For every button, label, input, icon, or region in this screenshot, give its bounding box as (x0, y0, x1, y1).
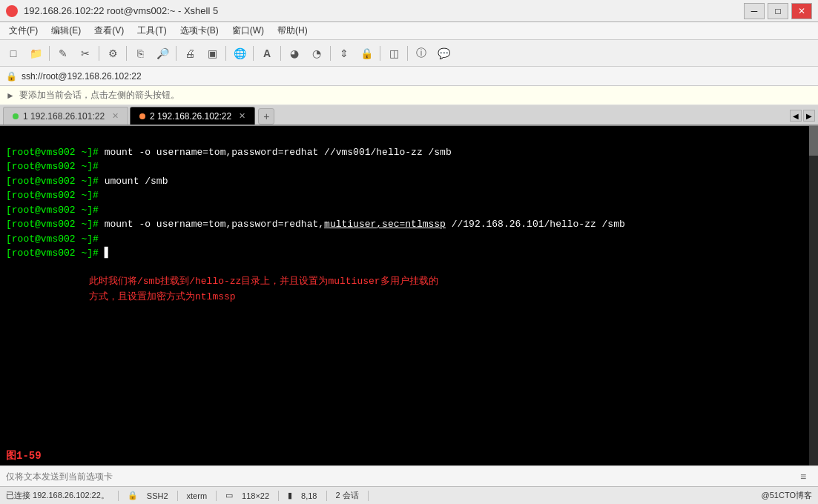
terminal-container[interactable]: [root@vms002 ~]# mount -o username=tom,p… (0, 126, 818, 465)
tab-1[interactable]: 1 192.168.26.101:22 ✕ (3, 107, 128, 125)
scrollbar-thumb[interactable] (809, 126, 818, 156)
menu-window[interactable]: 窗口(W) (226, 23, 270, 39)
menu-view[interactable]: 查看(V) (88, 23, 130, 39)
main-window: 192.168.26.102:22 root@vms002:~ - Xshell… (0, 0, 818, 504)
address-lock-icon: 🔒 (6, 71, 17, 82)
toolbar-settings[interactable]: ⚙ (102, 43, 123, 64)
menu-file[interactable]: 文件(F) (3, 23, 44, 39)
status-size: 118×22 (242, 491, 269, 500)
window-controls: ─ □ ✕ (744, 3, 812, 19)
menu-help[interactable]: 帮助(H) (271, 23, 314, 39)
terminal-line-6: [root@vms002 ~]# mount -o username=tom,p… (6, 219, 625, 230)
toolbar-search[interactable]: 🔎 (152, 43, 173, 64)
minimize-button[interactable]: ─ (744, 3, 765, 19)
terminal-annotation: 此时我们将/smb挂载到/hello-zz目录上，并且设置为multiuser多… (89, 274, 438, 305)
tab-nav-right[interactable]: ▶ (803, 110, 815, 122)
toolbar-globe[interactable]: 🌐 (229, 43, 250, 64)
tab-label-2: 2 192.168.26.102:22 (150, 111, 231, 122)
title-bar-left: 192.168.26.102:22 root@vms002:~ - Xshell… (6, 5, 218, 17)
status-sep-3 (216, 491, 217, 501)
figure-label: 图1-59 (6, 449, 42, 465)
expand-icon[interactable]: ≡ (800, 471, 812, 483)
toolbar-sep-4 (176, 46, 177, 61)
close-button[interactable]: ✕ (791, 3, 812, 19)
tab-close-2[interactable]: ✕ (239, 111, 245, 121)
title-bar: 192.168.26.102:22 root@vms002:~ - Xshell… (0, 0, 818, 22)
toolbar-sep-3 (126, 46, 127, 61)
notice-bar: ► 要添加当前会话，点击左侧的箭头按钮。 (0, 86, 818, 105)
menu-tab[interactable]: 选项卡(B) (174, 23, 225, 39)
terminal-line-5: [root@vms002 ~]# (6, 205, 99, 216)
toolbar-print[interactable]: 🖨 (179, 43, 200, 64)
window-title: 192.168.26.102:22 root@vms002:~ - Xshell… (24, 5, 218, 16)
toolbar: □ 📁 ✎ ✂ ⚙ ⎘ 🔎 🖨 ▣ 🌐 A ◕ ◔ ⇕ 🔒 ◫ ⓘ 💬 (0, 40, 818, 67)
toolbar-lock[interactable]: 🔒 (356, 43, 377, 64)
toolbar-connect[interactable]: ◕ (284, 43, 305, 64)
tab-label-1: 1 192.168.26.101:22 (23, 111, 105, 122)
notice-arrow-icon: ► (6, 90, 15, 101)
status-sep-1 (118, 491, 119, 501)
tab-add-button[interactable]: + (258, 108, 274, 125)
status-lock-icon: 🔒 (128, 491, 138, 500)
bottom-input-field[interactable] (6, 471, 800, 482)
scrollbar-vertical[interactable] (809, 126, 818, 465)
bottom-input-bar: ≡ (0, 465, 818, 486)
status-sep-6 (368, 491, 369, 501)
toolbar-copy[interactable]: ⎘ (130, 43, 151, 64)
toolbar-open[interactable]: 📁 (25, 43, 46, 64)
toolbar-expand[interactable]: ⇕ (334, 43, 354, 64)
terminal-line-3: [root@vms002 ~]# umount /smb (6, 176, 168, 187)
status-brand: @51CTO博客 (762, 490, 812, 501)
status-connection: 已连接 192.168.26.102:22。 (6, 490, 109, 501)
toolbar-help[interactable]: ⓘ (411, 43, 432, 64)
terminal-line-4: [root@vms002 ~]# (6, 190, 99, 201)
toolbar-edit[interactable]: ✎ (53, 43, 73, 64)
status-protocol: SSH2 (147, 491, 168, 500)
address-text: ssh://root@192.168.26.102:22 (22, 71, 142, 82)
status-sessions: 2 会话 (336, 490, 359, 501)
notice-text: 要添加当前会话，点击左侧的箭头按钮。 (19, 89, 179, 102)
toolbar-sep-2 (99, 46, 99, 61)
terminal-line-7: [root@vms002 ~]# (6, 233, 99, 245)
toolbar-sep-9 (380, 46, 380, 61)
tab-2[interactable]: 2 192.168.26.102:22 ✕ (130, 107, 255, 125)
status-sep-2 (177, 491, 178, 501)
toolbar-disconnect[interactable]: ◔ (306, 43, 327, 64)
toolbar-cut[interactable]: ✂ (75, 43, 96, 64)
toolbar-sep-8 (330, 46, 331, 61)
menu-bar: 文件(F) 编辑(E) 查看(V) 工具(T) 选项卡(B) 窗口(W) 帮助(… (0, 22, 818, 40)
app-icon (6, 5, 18, 17)
menu-tools[interactable]: 工具(T) (131, 23, 172, 39)
toolbar-sep-5 (225, 46, 226, 61)
toolbar-sep-6 (253, 46, 254, 61)
toolbar-new[interactable]: □ (3, 43, 24, 64)
status-cursor: 8,18 (301, 491, 317, 500)
status-size-icon: ▭ (225, 491, 233, 500)
toolbar-sep-7 (280, 46, 281, 61)
tab-dot-icon-1 (13, 113, 19, 119)
tab-dot-icon-2 (139, 113, 145, 119)
terminal-content: [root@vms002 ~]# mount -o username=tom,p… (0, 126, 818, 265)
tab-nav-left[interactable]: ◀ (790, 110, 802, 122)
toolbar-chat[interactable]: 💬 (433, 43, 454, 64)
status-sep-5 (326, 491, 327, 501)
status-cursor-icon: ▮ (288, 491, 292, 500)
toolbar-sep-10 (407, 46, 408, 61)
tab-nav: ◀ ▶ (790, 110, 815, 122)
terminal-line-2: [root@vms002 ~]# (6, 161, 99, 172)
maximize-button[interactable]: □ (768, 3, 788, 19)
terminal-line-8: [root@vms002 ~]# ▋ (6, 248, 110, 259)
terminal-line-1: [root@vms002 ~]# mount -o username=tom,p… (6, 147, 452, 158)
status-bar: 已连接 192.168.26.102:22。 🔒 SSH2 xterm ▭ 11… (0, 486, 818, 504)
address-bar: 🔒 ssh://root@192.168.26.102:22 (0, 67, 818, 86)
menu-edit[interactable]: 编辑(E) (45, 23, 87, 39)
toolbar-sep-1 (49, 46, 50, 61)
tab-close-1[interactable]: ✕ (112, 111, 119, 121)
status-term: xterm (187, 491, 208, 500)
toolbar-grid[interactable]: ◫ (383, 43, 404, 64)
status-sep-4 (278, 491, 279, 501)
toolbar-layout[interactable]: ▣ (202, 43, 222, 64)
tab-bar: 1 192.168.26.101:22 ✕ 2 192.168.26.102:2… (0, 105, 818, 126)
toolbar-font[interactable]: A (257, 43, 277, 64)
